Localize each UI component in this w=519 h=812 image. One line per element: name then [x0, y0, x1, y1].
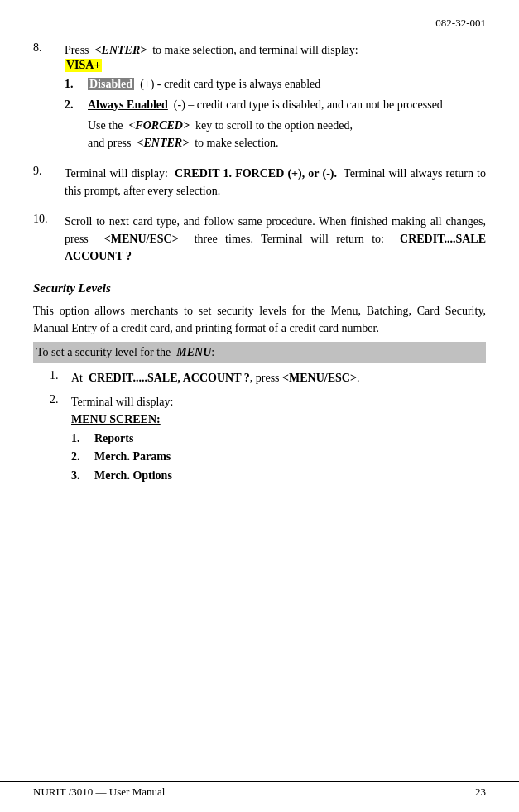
item-10-text: Scroll to next card type, and follow sam…	[65, 213, 486, 265]
sec-list-num-2: 2.	[50, 393, 71, 485]
section-title: Security Levels	[33, 281, 486, 295]
item-9: 9. Terminal will display: CREDIT 1. FORC…	[33, 165, 486, 199]
menu-sub-num-3: 3.	[71, 467, 94, 485]
section-intro: This option allows merchants to set secu…	[33, 302, 486, 337]
sub-content-2: Always Enabled (-) – credit card type is…	[88, 96, 486, 113]
disabled-label: Disabled	[88, 78, 134, 90]
page: 082-32-001 8. Press <ENTER> to make sele…	[0, 0, 519, 812]
menu-screen-label: MENU SCREEN:	[71, 411, 486, 428]
forced-key: <FORCED>	[128, 119, 190, 132]
security-list-item-2: 2. Terminal will display: MENU SCREEN: 1…	[50, 393, 486, 485]
sub-content-1: Disabled (+) - credit card type is alway…	[88, 75, 486, 93]
visa-plus-label: VISA+	[65, 59, 102, 72]
highlight-bar: To set a security level for the MENU:	[33, 342, 486, 363]
item-8-rest: to make selection, and terminal will dis…	[152, 44, 358, 56]
sec-list-num-1: 1.	[50, 369, 71, 387]
highlight-bold-italic: MENU	[176, 346, 211, 358]
item-8-intro-line: Press <ENTER> to make selection, and ter…	[65, 41, 486, 59]
menu-sub-content-2: Merch. Params	[94, 448, 171, 466]
item-8-number: 8.	[33, 41, 65, 151]
item-9-text: Terminal will display: CREDIT 1. FORCED …	[65, 165, 486, 199]
enter-key-8b: <ENTER>	[137, 137, 190, 149]
sub-list-8: 1. Disabled (+) - credit card type is al…	[65, 75, 486, 151]
menu-sub-item-3: 3. Merch. Options	[71, 467, 486, 485]
menu-esc-key: <MENU/ESC>	[104, 233, 179, 245]
use-the: Use the	[88, 119, 123, 132]
sub-num-2: 2.	[65, 96, 88, 113]
item-10-content: Scroll to next card type, and follow sam…	[65, 213, 486, 265]
sub-item-2: 2. Always Enabled (-) – credit card type…	[65, 96, 486, 113]
item-9-number: 9.	[33, 165, 65, 199]
menu-sub-content-1: Reports	[94, 430, 133, 448]
item-9-content: Terminal will display: CREDIT 1. FORCED …	[65, 165, 486, 199]
sec-list-content-1: At CREDIT.....SALE, ACCOUNT ?, press <ME…	[71, 369, 486, 387]
footer-right: 23	[475, 786, 486, 799]
sub-item-1: 1. Disabled (+) - credit card type is al…	[65, 75, 486, 93]
visa-label-wrapper: VISA+	[65, 59, 486, 72]
item-8: 8. Press <ENTER> to make selection, and …	[33, 41, 486, 151]
indent-text-1: Use the <FORCED> key to scroll to the op…	[88, 117, 486, 134]
always-rest: (-) – credit card type is disabled, and …	[174, 98, 443, 111]
header: 082-32-001	[33, 17, 486, 33]
item-9-text1: Terminal will display:	[65, 167, 168, 180]
credit-sale-account: CREDIT.....SALE, ACCOUNT ?	[89, 372, 250, 384]
comma-press: , press	[250, 372, 280, 384]
and-press: and press	[88, 137, 132, 149]
footer-left: NURIT /3010 — User Manual	[33, 786, 165, 799]
item-8-content: Press <ENTER> to make selection, and ter…	[65, 41, 486, 151]
enter-key-8: <ENTER>	[95, 44, 147, 56]
disabled-rest: (+) - credit card type is always enabled	[140, 78, 320, 90]
indent1-rest: key to scroll to the option needed,	[195, 119, 353, 132]
menu-sub-num-2: 2.	[71, 448, 94, 466]
highlight-text1: To set a security level for the	[36, 346, 171, 358]
at-label: At	[71, 372, 83, 384]
item-10-text2: three times. Terminal will return to:	[195, 233, 384, 245]
highlight-text2: :	[211, 346, 214, 358]
menu-sub-num-1: 1.	[71, 430, 94, 448]
terminal-display-label: Terminal will display:	[71, 396, 173, 408]
sub-num-1: 1.	[65, 75, 88, 93]
menu-sub-list: 1. Reports 2. Merch. Params 3. Merch. Op…	[71, 430, 486, 485]
menu-sub-item-2: 2. Merch. Params	[71, 448, 486, 466]
item-10-number: 10.	[33, 213, 65, 265]
doc-number: 082-32-001	[435, 17, 486, 29]
item-10: 10. Scroll to next card type, and follow…	[33, 213, 486, 265]
indent2-rest: to make selection.	[195, 137, 278, 149]
footer: NURIT /3010 — User Manual 23	[0, 781, 519, 799]
sec-list-content-2: Terminal will display: MENU SCREEN: 1. R…	[71, 393, 486, 485]
security-section: Security Levels This option allows merch…	[33, 281, 486, 485]
menu-sub-item-1: 1. Reports	[71, 430, 486, 448]
item-9-bold: CREDIT 1. FORCED (+), or (-).	[175, 167, 337, 180]
menu-esc-ref: <MENU/ESC>	[282, 372, 357, 384]
indent-text-2: and press <ENTER> to make selection.	[88, 134, 486, 151]
menu-sub-content-3: Merch. Options	[94, 467, 172, 485]
press-label: Press	[65, 44, 89, 56]
security-list-item-1: 1. At CREDIT.....SALE, ACCOUNT ?, press …	[50, 369, 486, 387]
always-enabled-label: Always Enabled	[88, 98, 168, 111]
